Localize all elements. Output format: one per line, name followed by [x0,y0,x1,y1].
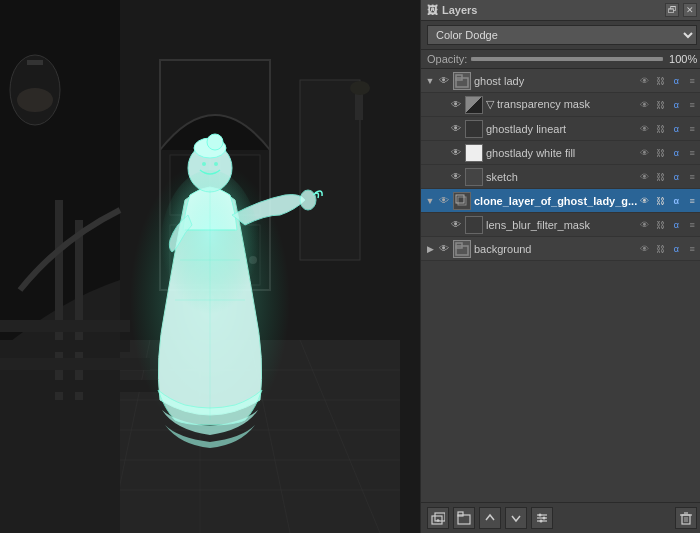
layer-eye2-icon[interactable]: 👁 [637,74,651,88]
layer-ghostlady-lineart[interactable]: 👁 ghostlady lineart 👁 ⛓ α ≡ [421,117,700,141]
layer-name: ▽ transparency mask [486,98,637,111]
float-button[interactable]: 🗗 [665,3,679,17]
svg-point-33 [207,134,223,150]
layer-chain-icon[interactable]: ⛓ [653,122,667,136]
layer-lens-blur[interactable]: 👁 lens_blur_filter_mask 👁 ⛓ α ≡ [421,213,700,237]
visibility-toggle[interactable]: 👁 [449,98,463,112]
layer-chain-icon[interactable]: ⛓ [653,194,667,208]
expand-icon [437,148,447,158]
layer-alpha-icon[interactable]: α [669,242,683,256]
layer-thumbnail [465,120,483,138]
layer-thumbnail [465,144,483,162]
main-container: 🖼 Layers 🗗 ✕ NormalDissolveMultiplyScree… [0,0,700,533]
visibility-toggle[interactable]: 👁 [437,74,451,88]
new-group-button[interactable] [453,507,475,529]
eye-icon: 👁 [451,123,461,134]
layer-alpha-icon[interactable]: α [669,98,683,112]
layer-background[interactable]: ▶ 👁 background 👁 ⛓ α ≡ [421,237,700,261]
layer-eye2-icon[interactable]: 👁 [637,218,651,232]
svg-point-57 [539,514,542,517]
layer-chain-icon[interactable]: ⛓ [653,242,667,256]
layers-panel: 🖼 Layers 🗗 ✕ NormalDissolveMultiplyScree… [420,0,700,533]
scene-image [0,0,420,533]
visibility-toggle[interactable]: 👁 [449,146,463,160]
layer-thumbnail [465,96,483,114]
layer-chain-icon[interactable]: ⛓ [653,170,667,184]
layer-chain-icon[interactable]: ⛓ [653,74,667,88]
layer-properties-button[interactable] [531,507,553,529]
layer-lock-icon[interactable]: ≡ [685,98,699,112]
layer-lock-icon[interactable]: ≡ [685,218,699,232]
layer-sketch[interactable]: 👁 sketch 👁 ⛓ α ≡ [421,165,700,189]
visibility-toggle[interactable]: 👁 [437,242,451,256]
visibility-toggle[interactable]: 👁 [449,218,463,232]
svg-point-59 [540,520,543,523]
close-button[interactable]: ✕ [683,3,697,17]
svg-rect-20 [27,60,43,65]
layer-lock-icon[interactable]: ≡ [685,242,699,256]
blend-mode-select[interactable]: NormalDissolveMultiplyScreenOverlayDodge… [427,25,697,45]
svg-rect-45 [456,195,464,203]
layer-alpha-icon[interactable]: α [669,170,683,184]
expand-icon [437,220,447,230]
layer-icons: 👁 ⛓ α ≡ [637,122,699,136]
layer-lock-icon[interactable]: ≡ [685,170,699,184]
layer-name: clone_layer_of_ghost_lady_g... [474,195,637,207]
layer-alpha-icon[interactable]: α [669,74,683,88]
layer-ghostlady-white-fill[interactable]: 👁 ghostlady white fill 👁 ⛓ α ≡ [421,141,700,165]
layers-list: ▼ 👁 ghost lady 👁 ⛓ α ≡ 👁 [421,69,700,502]
layer-lock-icon[interactable]: ≡ [685,146,699,160]
new-layer-button[interactable] [427,507,449,529]
layer-chain-icon[interactable]: ⛓ [653,218,667,232]
expand-icon[interactable]: ▼ [425,196,435,206]
move-down-button[interactable] [505,507,527,529]
layer-chain-icon[interactable]: ⛓ [653,98,667,112]
svg-rect-18 [0,380,160,392]
layer-eye2-icon[interactable]: 👁 [637,242,651,256]
layer-thumbnail [453,72,471,90]
layer-alpha-icon[interactable]: α [669,194,683,208]
layers-toolbar [421,502,700,533]
layer-transparency-mask[interactable]: 👁 ▽ transparency mask 👁 ⛓ α ≡ [421,93,700,117]
opacity-slider[interactable] [471,57,663,61]
layer-eye2-icon[interactable]: 👁 [637,194,651,208]
svg-rect-17 [0,358,150,370]
layer-ghost-lady[interactable]: ▼ 👁 ghost lady 👁 ⛓ α ≡ [421,69,700,93]
layer-icons: 👁 ⛓ α ≡ [637,146,699,160]
panel-controls: 🗗 ✕ [665,3,697,17]
opacity-row: Opacity: 100% [421,50,700,69]
layer-alpha-icon[interactable]: α [669,146,683,160]
expand-icon[interactable]: ▶ [425,244,435,254]
eye-icon: 👁 [439,75,449,86]
svg-rect-60 [682,515,690,524]
layer-eye2-icon[interactable]: 👁 [637,122,651,136]
layer-name: ghostlady lineart [486,123,637,135]
delete-layer-button[interactable] [675,507,697,529]
layer-lock-icon[interactable]: ≡ [685,122,699,136]
layer-chain-icon[interactable]: ⛓ [653,146,667,160]
visibility-toggle[interactable]: 👁 [437,194,451,208]
layer-lock-icon[interactable]: ≡ [685,194,699,208]
expand-icon[interactable]: ▼ [425,76,435,86]
layer-thumbnail [453,192,471,210]
svg-rect-27 [300,80,360,260]
move-up-button[interactable] [479,507,501,529]
layer-icons: 👁 ⛓ α ≡ [637,194,699,208]
visibility-toggle[interactable]: 👁 [449,170,463,184]
svg-point-35 [214,162,218,166]
layer-alpha-icon[interactable]: α [669,218,683,232]
layer-alpha-icon[interactable]: α [669,122,683,136]
layer-eye2-icon[interactable]: 👁 [637,146,651,160]
layer-name: ghostlady white fill [486,147,637,159]
layer-lock-icon[interactable]: ≡ [685,74,699,88]
svg-rect-15 [0,320,130,332]
layer-clone[interactable]: ▼ 👁 clone_layer_of_ghost_lady_g... 👁 ⛓ α… [421,189,700,213]
layer-icons: 👁 ⛓ α ≡ [637,74,699,88]
eye-icon: 👁 [451,99,461,110]
eye-icon: 👁 [451,147,461,158]
canvas-area [0,0,420,533]
layer-thumbnail [465,168,483,186]
visibility-toggle[interactable]: 👁 [449,122,463,136]
layer-eye2-icon[interactable]: 👁 [637,98,651,112]
layer-eye2-icon[interactable]: 👁 [637,170,651,184]
